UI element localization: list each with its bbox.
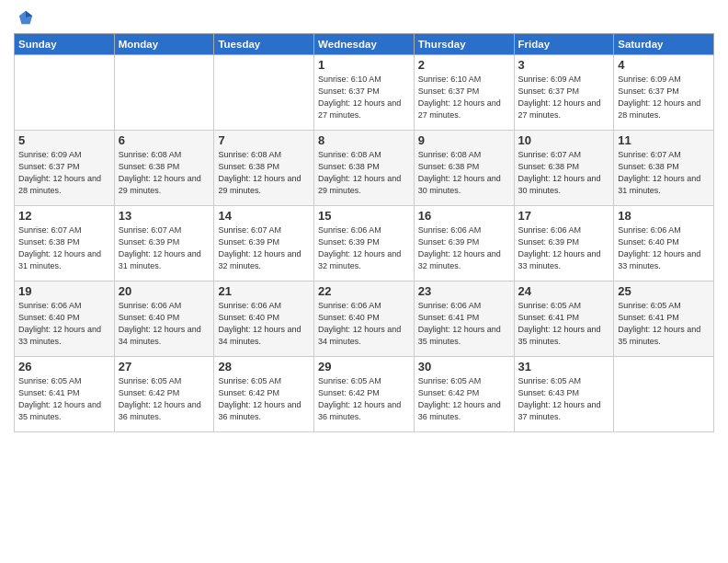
day-number: 17 — [518, 209, 610, 223]
day-info: Sunrise: 6:05 AMSunset: 6:41 PMDaylight:… — [618, 300, 710, 348]
day-info: Sunrise: 6:06 AMSunset: 6:41 PMDaylight:… — [418, 300, 510, 348]
day-info: Sunrise: 6:05 AMSunset: 6:42 PMDaylight:… — [218, 375, 310, 423]
day-info: Sunrise: 6:08 AMSunset: 6:38 PMDaylight:… — [418, 149, 510, 197]
day-number: 7 — [218, 133, 310, 147]
calendar-cell — [15, 55, 115, 131]
calendar-cell: 10Sunrise: 6:07 AMSunset: 6:38 PMDayligh… — [514, 131, 614, 206]
header — [14, 9, 714, 26]
day-info: Sunrise: 6:09 AMSunset: 6:37 PMDaylight:… — [518, 74, 610, 121]
col-header-wednesday: Wednesday — [314, 34, 415, 55]
day-number: 5 — [18, 133, 110, 147]
calendar-cell: 9Sunrise: 6:08 AMSunset: 6:38 PMDaylight… — [414, 131, 514, 206]
calendar-cell: 23Sunrise: 6:06 AMSunset: 6:41 PMDayligh… — [414, 282, 514, 357]
day-number: 26 — [18, 360, 110, 373]
calendar-cell: 1Sunrise: 6:10 AMSunset: 6:37 PMDaylight… — [314, 55, 415, 131]
day-info: Sunrise: 6:07 AMSunset: 6:38 PMDaylight:… — [518, 149, 610, 197]
calendar-cell: 30Sunrise: 6:05 AMSunset: 6:42 PMDayligh… — [414, 357, 514, 432]
day-number: 19 — [18, 284, 110, 298]
logo-icon — [17, 9, 34, 26]
calendar-cell: 22Sunrise: 6:06 AMSunset: 6:40 PMDayligh… — [314, 282, 415, 357]
calendar-cell: 12Sunrise: 6:07 AMSunset: 6:38 PMDayligh… — [15, 206, 115, 282]
calendar-cell: 29Sunrise: 6:05 AMSunset: 6:42 PMDayligh… — [314, 357, 415, 432]
calendar-cell: 11Sunrise: 6:07 AMSunset: 6:38 PMDayligh… — [614, 131, 714, 206]
calendar-cell: 3Sunrise: 6:09 AMSunset: 6:37 PMDaylight… — [514, 55, 614, 131]
calendar-cell: 2Sunrise: 6:10 AMSunset: 6:37 PMDaylight… — [414, 55, 514, 131]
day-info: Sunrise: 6:06 AMSunset: 6:39 PMDaylight:… — [318, 224, 410, 272]
day-info: Sunrise: 6:07 AMSunset: 6:38 PMDaylight:… — [618, 149, 710, 197]
calendar-week-2: 5Sunrise: 6:09 AMSunset: 6:37 PMDaylight… — [15, 131, 714, 206]
day-number: 24 — [518, 284, 610, 298]
calendar-week-4: 19Sunrise: 6:06 AMSunset: 6:40 PMDayligh… — [15, 282, 714, 357]
day-number: 12 — [18, 209, 110, 223]
day-info: Sunrise: 6:06 AMSunset: 6:40 PMDaylight:… — [119, 300, 210, 348]
day-number: 13 — [119, 209, 210, 223]
calendar-cell: 27Sunrise: 6:05 AMSunset: 6:42 PMDayligh… — [114, 357, 214, 432]
col-header-monday: Monday — [114, 34, 214, 55]
calendar-week-5: 26Sunrise: 6:05 AMSunset: 6:41 PMDayligh… — [15, 357, 714, 432]
day-number: 31 — [518, 360, 610, 373]
logo — [14, 9, 36, 26]
day-info: Sunrise: 6:05 AMSunset: 6:42 PMDaylight:… — [318, 375, 410, 423]
calendar-cell: 21Sunrise: 6:06 AMSunset: 6:40 PMDayligh… — [214, 282, 314, 357]
day-number: 21 — [218, 284, 310, 298]
day-number: 22 — [318, 284, 410, 298]
calendar-cell: 17Sunrise: 6:06 AMSunset: 6:39 PMDayligh… — [514, 206, 614, 282]
day-info: Sunrise: 6:05 AMSunset: 6:41 PMDaylight:… — [518, 300, 610, 348]
day-info: Sunrise: 6:06 AMSunset: 6:39 PMDaylight:… — [518, 224, 610, 272]
calendar-cell: 5Sunrise: 6:09 AMSunset: 6:37 PMDaylight… — [15, 131, 115, 206]
day-number: 3 — [518, 58, 610, 72]
col-header-friday: Friday — [514, 34, 614, 55]
day-info: Sunrise: 6:06 AMSunset: 6:40 PMDaylight:… — [218, 300, 310, 348]
day-number: 9 — [418, 133, 510, 147]
day-number: 23 — [418, 284, 510, 298]
col-header-thursday: Thursday — [414, 34, 514, 55]
calendar-cell: 31Sunrise: 6:05 AMSunset: 6:43 PMDayligh… — [514, 357, 614, 432]
day-number: 8 — [318, 133, 410, 147]
calendar-cell: 25Sunrise: 6:05 AMSunset: 6:41 PMDayligh… — [614, 282, 714, 357]
day-info: Sunrise: 6:08 AMSunset: 6:38 PMDaylight:… — [119, 149, 210, 197]
calendar-cell: 20Sunrise: 6:06 AMSunset: 6:40 PMDayligh… — [114, 282, 214, 357]
day-info: Sunrise: 6:06 AMSunset: 6:40 PMDaylight:… — [618, 224, 710, 272]
day-number: 28 — [218, 360, 310, 373]
calendar-header-row: SundayMondayTuesdayWednesdayThursdayFrid… — [15, 34, 714, 55]
day-number: 27 — [119, 360, 210, 373]
day-info: Sunrise: 6:07 AMSunset: 6:39 PMDaylight:… — [218, 224, 310, 272]
calendar-cell: 8Sunrise: 6:08 AMSunset: 6:38 PMDaylight… — [314, 131, 415, 206]
day-number: 25 — [618, 284, 710, 298]
calendar-cell: 14Sunrise: 6:07 AMSunset: 6:39 PMDayligh… — [214, 206, 314, 282]
day-info: Sunrise: 6:05 AMSunset: 6:42 PMDaylight:… — [418, 375, 510, 423]
day-number: 6 — [119, 133, 210, 147]
calendar-cell: 6Sunrise: 6:08 AMSunset: 6:38 PMDaylight… — [114, 131, 214, 206]
day-info: Sunrise: 6:05 AMSunset: 6:42 PMDaylight:… — [119, 375, 210, 423]
day-number: 29 — [318, 360, 410, 373]
day-number: 30 — [418, 360, 510, 373]
day-info: Sunrise: 6:06 AMSunset: 6:40 PMDaylight:… — [18, 300, 110, 348]
day-info: Sunrise: 6:10 AMSunset: 6:37 PMDaylight:… — [418, 74, 510, 121]
page: SundayMondayTuesdayWednesdayThursdayFrid… — [0, 0, 728, 563]
day-number: 10 — [518, 133, 610, 147]
calendar-cell: 13Sunrise: 6:07 AMSunset: 6:39 PMDayligh… — [114, 206, 214, 282]
calendar-cell: 15Sunrise: 6:06 AMSunset: 6:39 PMDayligh… — [314, 206, 415, 282]
day-info: Sunrise: 6:07 AMSunset: 6:38 PMDaylight:… — [18, 224, 110, 272]
day-info: Sunrise: 6:08 AMSunset: 6:38 PMDaylight:… — [318, 149, 410, 197]
day-number: 14 — [218, 209, 310, 223]
calendar-cell — [114, 55, 214, 131]
day-info: Sunrise: 6:08 AMSunset: 6:38 PMDaylight:… — [218, 149, 310, 197]
day-number: 16 — [418, 209, 510, 223]
day-info: Sunrise: 6:06 AMSunset: 6:39 PMDaylight:… — [418, 224, 510, 272]
calendar-cell: 7Sunrise: 6:08 AMSunset: 6:38 PMDaylight… — [214, 131, 314, 206]
day-number: 1 — [318, 58, 410, 72]
calendar-cell — [614, 357, 714, 432]
day-info: Sunrise: 6:05 AMSunset: 6:41 PMDaylight:… — [18, 375, 110, 423]
calendar-week-1: 1Sunrise: 6:10 AMSunset: 6:37 PMDaylight… — [15, 55, 714, 131]
calendar-cell: 18Sunrise: 6:06 AMSunset: 6:40 PMDayligh… — [614, 206, 714, 282]
day-info: Sunrise: 6:06 AMSunset: 6:40 PMDaylight:… — [318, 300, 410, 348]
day-info: Sunrise: 6:05 AMSunset: 6:43 PMDaylight:… — [518, 375, 610, 423]
day-info: Sunrise: 6:07 AMSunset: 6:39 PMDaylight:… — [119, 224, 210, 272]
day-info: Sunrise: 6:10 AMSunset: 6:37 PMDaylight:… — [318, 74, 410, 121]
day-number: 2 — [418, 58, 510, 72]
calendar-cell — [214, 55, 314, 131]
calendar-cell: 4Sunrise: 6:09 AMSunset: 6:37 PMDaylight… — [614, 55, 714, 131]
col-header-sunday: Sunday — [15, 34, 115, 55]
calendar-cell: 19Sunrise: 6:06 AMSunset: 6:40 PMDayligh… — [15, 282, 115, 357]
